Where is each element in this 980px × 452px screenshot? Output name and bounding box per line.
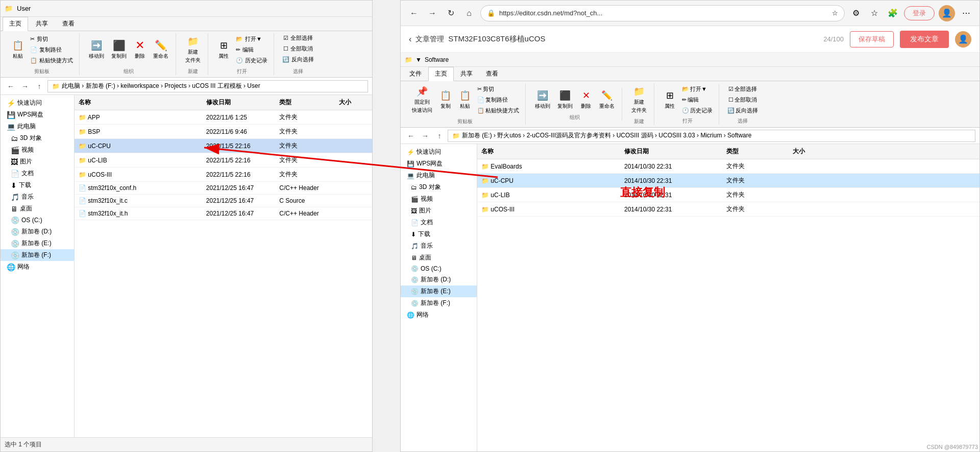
left-file-uclib[interactable]: 📁 uC-LIB 2022/11/5 22:16 文件夹 bbox=[75, 153, 372, 168]
editor-save-draft-btn[interactable]: 保存草稿 bbox=[850, 31, 894, 47]
left-paste-shortcut-button[interactable]: 📋 粘贴快捷方式 bbox=[28, 56, 75, 65]
browser-menu-btn[interactable]: ⋯ bbox=[959, 6, 973, 20]
browser-refresh-btn[interactable]: ↻ bbox=[444, 6, 458, 20]
embedded-rename-btn[interactable]: ✏️ 重命名 bbox=[596, 87, 618, 112]
browser-home-btn[interactable]: ⌂ bbox=[462, 6, 476, 20]
embedded-tab-home[interactable]: 主页 bbox=[428, 67, 454, 81]
left-sidebar-this-pc[interactable]: 💻 此电脑 bbox=[1, 121, 74, 132]
embedded-sidebar-wps[interactable]: 💾 WPS网盘 bbox=[401, 158, 477, 170]
browser-bookmark-icon[interactable]: ☆ bbox=[867, 6, 881, 20]
embedded-file-ucos[interactable]: 📁 uCOS-III 2014/10/30 22:31 文件夹 bbox=[477, 202, 979, 217]
left-sidebar-network[interactable]: 🌐 网络 bbox=[1, 261, 74, 273]
embedded-back-btn[interactable]: ← bbox=[405, 130, 417, 142]
embedded-tab-share[interactable]: 共享 bbox=[454, 67, 479, 81]
browser-ext-icon[interactable]: 🧩 bbox=[886, 6, 900, 20]
embedded-sidebar-pics[interactable]: 🖼 图片 bbox=[401, 205, 477, 217]
left-sidebar-downloads[interactable]: ⬇ 下载 bbox=[1, 179, 74, 191]
embedded-file-evalboards[interactable]: 📁 EvalBoards 2014/10/30 22:31 文件夹 bbox=[477, 159, 979, 174]
left-sidebar-wps[interactable]: 💾 WPS网盘 bbox=[1, 109, 74, 121]
embedded-sidebar-quick[interactable]: ⚡ 快速访问 bbox=[401, 146, 477, 158]
embedded-move-btn[interactable]: ➡️ 移动到 bbox=[532, 87, 553, 112]
left-file-itc[interactable]: 📄 stm32f10x_it.c 2021/12/25 16:47 C Sour… bbox=[75, 195, 372, 207]
left-up-btn[interactable]: ↑ bbox=[33, 80, 45, 92]
embedded-sidebar-3d[interactable]: 🗂 3D 对象 bbox=[401, 181, 477, 193]
editor-back-btn[interactable]: ‹ bbox=[409, 35, 411, 44]
left-copy-path-button[interactable]: 📄 复制路径 bbox=[28, 45, 75, 55]
embedded-sidebar-video[interactable]: 🎬 视频 bbox=[401, 193, 477, 205]
left-sidebar-documents[interactable]: 📄 文档 bbox=[1, 168, 74, 179]
left-sidebar-newe[interactable]: 💿 新加卷 (E:) bbox=[1, 237, 74, 249]
left-select-all-button[interactable]: ☑ 全部选择 bbox=[281, 33, 315, 43]
left-cut-button[interactable]: ✂ 剪切 bbox=[28, 34, 75, 44]
left-new-folder-button[interactable]: 📁 新建 文件夹 bbox=[182, 33, 204, 66]
browser-back-btn[interactable]: ← bbox=[407, 6, 421, 20]
left-invert-button[interactable]: 🔃 反向选择 bbox=[280, 55, 316, 64]
embedded-sidebar-docs[interactable]: 📄 文档 bbox=[401, 217, 477, 228]
embedded-sidebar-newf[interactable]: 💿 新加卷 (F:) bbox=[401, 297, 477, 309]
embedded-file-uclib[interactable]: 📁 uC-LIB 2014/10/30 22:31 文件夹 bbox=[477, 188, 979, 202]
left-delete-button[interactable]: ✕ 删除 bbox=[131, 37, 149, 62]
embedded-copy-btn[interactable]: 📋 复制 bbox=[436, 87, 455, 112]
left-file-uccpu[interactable]: 📁 uC-CPU 2022/11/5 22:16 文件夹 bbox=[75, 139, 372, 153]
left-copy-to-button[interactable]: ⬛ 复制到 bbox=[108, 37, 130, 62]
embedded-forward-btn[interactable]: → bbox=[419, 130, 431, 142]
left-sidebar-quick-access[interactable]: ⚡ 快速访问 bbox=[1, 97, 74, 109]
embedded-select-all-btn[interactable]: ☑ 全部选择 bbox=[726, 84, 759, 94]
left-sidebar-3d[interactable]: 🗂 3D 对象 bbox=[1, 132, 74, 144]
left-sidebar-pictures[interactable]: 🖼 图片 bbox=[1, 156, 74, 168]
left-properties-button[interactable]: ⊞ 属性 bbox=[214, 37, 233, 62]
left-history-button[interactable]: 🕐 历史记录 bbox=[234, 56, 270, 65]
left-back-btn[interactable]: ← bbox=[5, 80, 17, 92]
left-sidebar-newd[interactable]: 💿 新加卷 (D:) bbox=[1, 226, 74, 237]
embedded-copyto-btn[interactable]: ⬛ 复制到 bbox=[554, 87, 576, 112]
embedded-history-btn[interactable]: 🕐 历史记录 bbox=[680, 106, 715, 115]
embedded-pin-btn[interactable]: 📌 固定到 快速访问 bbox=[409, 83, 435, 116]
embedded-delete-btn[interactable]: ✕ 删除 bbox=[577, 87, 595, 112]
left-edit-button[interactable]: ✏ 编辑 bbox=[234, 45, 270, 55]
embedded-copy-path-btn[interactable]: 📄 复制路径 bbox=[475, 95, 521, 105]
left-file-app[interactable]: 📁 APP 2022/11/6 1:25 文件夹 bbox=[75, 110, 372, 125]
embedded-props-btn[interactable]: ⊞ 属性 bbox=[660, 87, 679, 112]
left-file-bsp[interactable]: 📁 BSP 2022/11/6 9:46 文件夹 bbox=[75, 125, 372, 139]
embedded-new-folder-btn[interactable]: 📁 新建 文件夹 bbox=[628, 83, 650, 116]
embedded-select-none-btn[interactable]: ☐ 全部取消 bbox=[726, 95, 759, 105]
left-address-path[interactable]: 📁 此电脑 › 新加卷 (F:) › keilworkspace › Proje… bbox=[47, 80, 368, 92]
embedded-tab-view[interactable]: 查看 bbox=[479, 67, 505, 81]
embedded-sidebar-thispc[interactable]: 💻 此电脑 bbox=[401, 170, 477, 181]
embedded-sidebar-osc[interactable]: 💿 OS (C:) bbox=[401, 264, 477, 274]
embedded-edit-btn[interactable]: ✏ 编辑 bbox=[680, 95, 715, 105]
embedded-up-btn[interactable]: ↑ bbox=[433, 130, 446, 142]
embedded-tab-file[interactable]: 文件 bbox=[403, 67, 428, 81]
left-sidebar-music[interactable]: 🎵 音乐 bbox=[1, 191, 74, 203]
left-file-ucos[interactable]: 📁 uCOS-III 2022/11/5 22:16 文件夹 bbox=[75, 168, 372, 182]
left-sidebar-newf[interactable]: 💿 新加卷 (F:) bbox=[1, 249, 74, 261]
editor-publish-btn[interactable]: 发布文章 bbox=[900, 31, 949, 48]
left-tab-share[interactable]: 共享 bbox=[29, 17, 55, 31]
browser-settings-icon[interactable]: ⚙ bbox=[849, 6, 863, 20]
left-file-conf[interactable]: 📄 stm32f10x_conf.h 2021/12/25 16:47 C/C+… bbox=[75, 182, 372, 195]
left-file-ith[interactable]: 📄 stm32f10x_it.h 2021/12/25 16:47 C/C++ … bbox=[75, 207, 372, 220]
embedded-sidebar-desktop[interactable]: 🖥 桌面 bbox=[401, 252, 477, 264]
embedded-open-btn[interactable]: 📂 打开▼ bbox=[680, 84, 715, 94]
left-tab-home[interactable]: 主页 bbox=[3, 17, 28, 31]
embedded-invert-btn[interactable]: 🔃 反向选择 bbox=[725, 106, 760, 115]
left-paste-button[interactable]: 📋 粘贴 bbox=[9, 37, 27, 62]
embedded-sidebar-newe[interactable]: 💿 新加卷 (E:) bbox=[401, 286, 477, 297]
embedded-paste-btn[interactable]: 📋 粘贴 bbox=[456, 87, 474, 112]
left-rename-button[interactable]: ✏️ 重命名 bbox=[150, 37, 172, 62]
embedded-sidebar-newd[interactable]: 💿 新加卷 (D:) bbox=[401, 274, 477, 286]
left-sidebar-video[interactable]: 🎬 视频 bbox=[1, 144, 74, 156]
embedded-sidebar-dl[interactable]: ⬇ 下载 bbox=[401, 228, 477, 240]
embedded-sidebar-net[interactable]: 🌐 网络 bbox=[401, 309, 477, 321]
left-open-button[interactable]: 📂 打开▼ bbox=[234, 34, 270, 44]
left-tab-view[interactable]: 查看 bbox=[56, 17, 81, 31]
embedded-sidebar-music[interactable]: 🎵 音乐 bbox=[401, 240, 477, 252]
browser-forward-btn[interactable]: → bbox=[425, 6, 439, 20]
embedded-path[interactable]: 📁 新加卷 (E:) › 野火utos › 2-uCOS-III源码及官方参考资… bbox=[448, 130, 975, 142]
left-sidebar-desktop[interactable]: 🖥 桌面 bbox=[1, 203, 74, 215]
browser-avatar[interactable]: 👤 bbox=[939, 5, 955, 21]
editor-article-title[interactable]: STM32F103C8T6移植uCOS bbox=[448, 34, 819, 44]
left-forward-btn[interactable]: → bbox=[19, 80, 31, 92]
embedded-file-uccpu[interactable]: 📁 uC-CPU 2014/10/30 22:31 文件夹 bbox=[477, 174, 979, 188]
editor-article-mgmt[interactable]: 文章管理 bbox=[415, 35, 444, 44]
